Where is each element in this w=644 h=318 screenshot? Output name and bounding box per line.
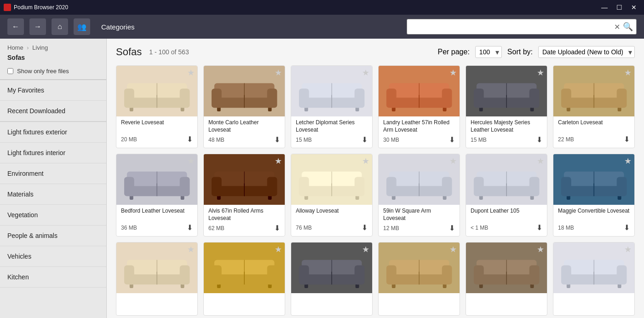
download-button[interactable]: ⬇ — [362, 135, 368, 144]
product-card[interactable]: ★ — [203, 242, 285, 316]
card-meta: 48 MB ⬇ — [208, 135, 280, 144]
breadcrumb-home[interactable]: Home — [7, 44, 23, 51]
download-button[interactable]: ⬇ — [536, 223, 542, 232]
content-header: Sofas 1 - 100 of 563 Per page: 100 50 25… — [116, 46, 635, 58]
download-button[interactable]: ⬇ — [449, 224, 455, 232]
favorite-button[interactable]: ★ — [275, 245, 282, 254]
download-button[interactable]: ⬇ — [449, 135, 455, 144]
favorite-button[interactable]: ★ — [275, 157, 282, 165]
free-files-label[interactable]: Show only free files — [17, 68, 69, 75]
download-button[interactable]: ⬇ — [187, 135, 193, 144]
product-card[interactable]: ★ Reverie Loveseat 20 MB ⬇ — [116, 65, 198, 148]
product-card[interactable]: ★ Maggie Convertible Loveseat 18 MB ⬇ — [553, 154, 635, 237]
svg-rect-36 — [474, 88, 484, 108]
download-button[interactable]: ⬇ — [274, 135, 280, 144]
favorite-button[interactable]: ★ — [275, 69, 282, 77]
sidebar-item-light-fixtures-interior[interactable]: Light fixtures interior — [0, 143, 106, 163]
search-input[interactable] — [407, 19, 637, 35]
favorite-button[interactable]: ★ — [537, 69, 544, 77]
svg-rect-140 — [561, 265, 571, 284]
per-page-select[interactable]: 100 50 25 — [475, 46, 502, 58]
card-meta: 15 MB ⬇ — [296, 135, 368, 144]
favorite-button[interactable]: ★ — [187, 69, 195, 77]
svg-rect-108 — [212, 265, 222, 284]
favorite-button[interactable]: ★ — [449, 245, 457, 254]
sidebar-item-my-favorites[interactable]: My Favorites — [0, 80, 106, 101]
minimize-button[interactable]: — — [598, 1, 611, 14]
card-image: ★ — [291, 66, 372, 116]
download-button[interactable]: ⬇ — [624, 223, 630, 232]
card-size: 12 MB — [383, 225, 399, 231]
product-card[interactable]: ★ Monte Carlo Leather Loveseat 48 MB ⬇ — [203, 65, 285, 148]
card-meta: 20 MB ⬇ — [121, 135, 193, 144]
card-size: 20 MB — [121, 136, 137, 143]
card-name: Monte Carlo Leather Loveseat — [208, 119, 280, 133]
favorite-button[interactable]: ★ — [624, 157, 632, 165]
product-card[interactable]: ★ Hercules Majesty Series Leather Lovese… — [466, 65, 547, 148]
product-card[interactable]: ★ Dupont Leather 105 < 1 MB ⬇ — [466, 154, 547, 237]
card-name: Maggie Convertible Loveseat — [558, 208, 630, 221]
home-button[interactable]: ⌂ — [52, 18, 68, 35]
breadcrumb-living[interactable]: Living — [32, 44, 48, 51]
product-card[interactable]: ★ — [553, 242, 635, 316]
free-files-checkbox[interactable] — [7, 68, 13, 74]
product-card[interactable]: ★ — [291, 242, 373, 316]
favorite-button[interactable]: ★ — [537, 245, 544, 254]
card-meta: 22 MB ⬇ — [558, 135, 630, 144]
product-card[interactable]: ★ Carleton Loveseat 22 MB ⬇ — [553, 65, 635, 148]
sort-select[interactable]: Date Uploaded (New to Old) Date Uploaded… — [538, 46, 635, 58]
favorite-button[interactable]: ★ — [362, 69, 369, 77]
product-card[interactable]: ★ Bedford Leather Loveseat 36 MB ⬇ — [116, 154, 198, 237]
product-card[interactable]: ★ Alvis 67in Rolled Arms Loveseat 62 MB … — [203, 154, 285, 237]
sidebar-item-environment[interactable]: Environment — [0, 163, 106, 184]
product-card[interactable]: ★ — [378, 242, 460, 316]
sidebar-item-people-animals[interactable]: People & animals — [0, 225, 106, 246]
download-button[interactable]: ⬇ — [362, 223, 368, 232]
favorite-button[interactable]: ★ — [362, 245, 369, 254]
svg-rect-124 — [386, 265, 397, 284]
forward-button[interactable]: → — [29, 18, 46, 35]
card-size: 30 MB — [383, 137, 399, 143]
card-name: Alvis 67in Rolled Arms Loveseat — [208, 208, 280, 222]
sidebar-item-kitchen[interactable]: Kitchen — [0, 267, 106, 288]
product-card[interactable]: ★ — [116, 242, 198, 316]
sidebar-item-vehicles[interactable]: Vehicles — [0, 246, 106, 267]
svg-rect-92 — [561, 177, 571, 196]
sidebar-item-light-fixtures-exterior[interactable]: Light fixtures exterior — [0, 122, 106, 143]
favorite-button[interactable]: ★ — [624, 245, 632, 254]
back-button[interactable]: ← — [7, 18, 24, 35]
sidebar-item-vegetation[interactable]: Vegetation — [0, 205, 106, 225]
favorite-button[interactable]: ★ — [624, 69, 632, 77]
product-card[interactable]: ★ Landry Leather 57in Rolled Arm Lovesea… — [378, 65, 460, 148]
user-button[interactable]: 👥 — [74, 18, 90, 35]
download-button[interactable]: ⬇ — [536, 135, 542, 144]
favorite-button[interactable]: ★ — [187, 157, 195, 165]
favorite-button[interactable]: ★ — [449, 157, 457, 165]
download-button[interactable]: ⬇ — [187, 223, 193, 232]
svg-rect-44 — [561, 88, 571, 108]
maximize-button[interactable]: ☐ — [613, 1, 626, 14]
sidebar-item-light-fixtures-exterior-label: Light fixtures exterior — [7, 128, 67, 136]
close-button[interactable]: ✕ — [627, 1, 640, 14]
download-button[interactable]: ⬇ — [624, 135, 630, 144]
card-meta: 15 MB ⬇ — [471, 135, 542, 144]
sidebar-item-vegetation-label: Vegetation — [7, 211, 38, 219]
product-card[interactable]: ★ — [466, 242, 547, 316]
sidebar-item-recent-downloaded[interactable]: Recent Downloaded — [0, 101, 106, 121]
favorite-button[interactable]: ★ — [362, 157, 369, 165]
favorite-button[interactable]: ★ — [449, 69, 457, 77]
favorite-button[interactable]: ★ — [187, 245, 195, 254]
product-card[interactable]: ★ 59in W Square Arm Loveseat 12 MB ⬇ — [378, 154, 460, 237]
sidebar-item-materials[interactable]: Materials — [0, 184, 106, 205]
card-body: 59in W Square Arm Loveseat 12 MB ⬇ — [379, 205, 460, 236]
svg-rect-117 — [354, 265, 364, 284]
product-card[interactable]: ★ Letcher Diplomat Series Loveseat 15 MB… — [291, 65, 373, 148]
search-submit-button[interactable]: 🔍 — [619, 20, 637, 34]
card-image: ★ — [466, 243, 547, 293]
card-name: Hercules Majesty Series Leather Loveseat — [471, 119, 542, 133]
product-grid: ★ Reverie Loveseat 20 MB ⬇ ★ Monte Carl — [116, 65, 635, 316]
favorite-button[interactable]: ★ — [537, 157, 544, 165]
download-button[interactable]: ⬇ — [274, 224, 280, 232]
product-card[interactable]: ★ Alloway Loveseat 76 MB ⬇ — [291, 154, 373, 237]
svg-rect-28 — [386, 88, 397, 108]
